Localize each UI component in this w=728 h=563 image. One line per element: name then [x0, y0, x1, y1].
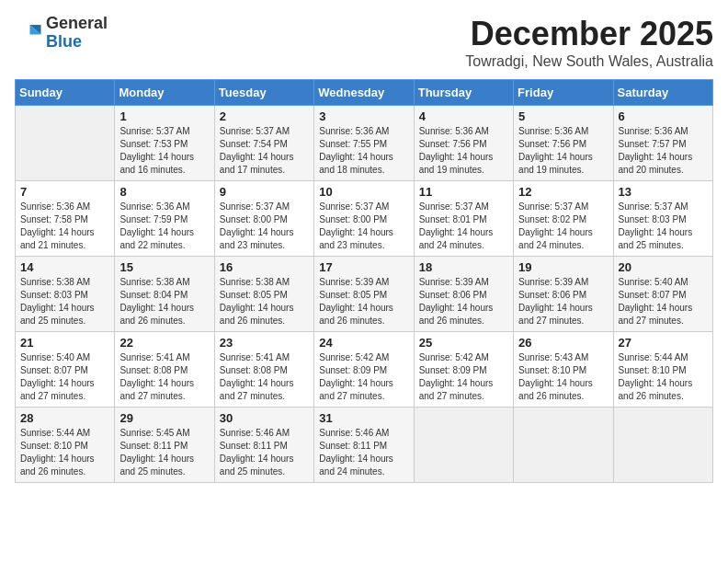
location-text: Towradgi, New South Wales, Australia: [465, 53, 713, 70]
title-block: December 2025 Towradgi, New South Wales,…: [465, 15, 713, 70]
calendar-cell: 13Sunrise: 5:37 AM Sunset: 8:03 PM Dayli…: [613, 181, 712, 257]
cell-info: Sunrise: 5:40 AM Sunset: 8:07 PM Dayligh…: [619, 276, 708, 327]
cell-info: Sunrise: 5:36 AM Sunset: 7:56 PM Dayligh…: [419, 125, 508, 177]
cell-info: Sunrise: 5:36 AM Sunset: 7:55 PM Dayligh…: [319, 125, 408, 177]
cell-info: Sunrise: 5:37 AM Sunset: 7:54 PM Dayligh…: [220, 125, 309, 177]
week-row-2: 7Sunrise: 5:36 AM Sunset: 7:58 PM Daylig…: [16, 181, 713, 257]
day-number: 7: [20, 185, 109, 199]
cell-info: Sunrise: 5:46 AM Sunset: 8:11 PM Dayligh…: [220, 427, 309, 478]
cell-info: Sunrise: 5:36 AM Sunset: 7:57 PM Dayligh…: [619, 125, 708, 177]
weekday-header-monday: Monday: [115, 80, 214, 106]
logo-icon: [15, 19, 42, 47]
calendar-cell: 23Sunrise: 5:41 AM Sunset: 8:08 PM Dayli…: [214, 332, 313, 408]
calendar-cell: 4Sunrise: 5:36 AM Sunset: 7:56 PM Daylig…: [414, 106, 513, 181]
calendar-cell: 15Sunrise: 5:38 AM Sunset: 8:04 PM Dayli…: [115, 257, 214, 332]
cell-info: Sunrise: 5:44 AM Sunset: 8:10 PM Dayligh…: [619, 351, 708, 403]
day-number: 14: [20, 260, 109, 274]
calendar-table: SundayMondayTuesdayWednesdayThursdayFrid…: [15, 79, 713, 483]
day-number: 19: [518, 260, 608, 274]
day-number: 3: [319, 109, 408, 123]
day-number: 31: [319, 411, 408, 425]
cell-info: Sunrise: 5:37 AM Sunset: 8:00 PM Dayligh…: [220, 201, 309, 252]
day-number: 20: [619, 260, 708, 274]
day-number: 17: [319, 260, 408, 274]
calendar-cell: 31Sunrise: 5:46 AM Sunset: 8:11 PM Dayli…: [314, 408, 414, 483]
week-row-4: 21Sunrise: 5:40 AM Sunset: 8:07 PM Dayli…: [16, 332, 713, 408]
weekday-header-wednesday: Wednesday: [314, 80, 414, 106]
cell-info: Sunrise: 5:38 AM Sunset: 8:04 PM Dayligh…: [119, 276, 209, 327]
calendar-cell: 29Sunrise: 5:45 AM Sunset: 8:11 PM Dayli…: [115, 408, 214, 483]
day-number: 18: [419, 260, 508, 274]
week-row-5: 28Sunrise: 5:44 AM Sunset: 8:10 PM Dayli…: [16, 408, 713, 483]
cell-info: Sunrise: 5:40 AM Sunset: 8:07 PM Dayligh…: [20, 351, 109, 403]
calendar-cell: 7Sunrise: 5:36 AM Sunset: 7:58 PM Daylig…: [16, 181, 115, 257]
calendar-cell: 17Sunrise: 5:39 AM Sunset: 8:05 PM Dayli…: [314, 257, 414, 332]
calendar-cell: 16Sunrise: 5:38 AM Sunset: 8:05 PM Dayli…: [214, 257, 313, 332]
day-number: 26: [518, 336, 608, 350]
cell-info: Sunrise: 5:41 AM Sunset: 8:08 PM Dayligh…: [119, 351, 209, 403]
calendar-cell: 26Sunrise: 5:43 AM Sunset: 8:10 PM Dayli…: [514, 332, 613, 408]
calendar-cell: 21Sunrise: 5:40 AM Sunset: 8:07 PM Dayli…: [16, 332, 115, 408]
cell-info: Sunrise: 5:36 AM Sunset: 7:59 PM Dayligh…: [119, 201, 209, 252]
cell-info: Sunrise: 5:37 AM Sunset: 8:01 PM Dayligh…: [419, 201, 508, 252]
day-number: 12: [518, 185, 608, 199]
cell-info: Sunrise: 5:37 AM Sunset: 8:02 PM Dayligh…: [518, 201, 608, 252]
calendar-cell: 12Sunrise: 5:37 AM Sunset: 8:02 PM Dayli…: [514, 181, 613, 257]
week-row-3: 14Sunrise: 5:38 AM Sunset: 8:03 PM Dayli…: [16, 257, 713, 332]
calendar-cell: 28Sunrise: 5:44 AM Sunset: 8:10 PM Dayli…: [16, 408, 115, 483]
cell-info: Sunrise: 5:46 AM Sunset: 8:11 PM Dayligh…: [319, 427, 408, 478]
day-number: 21: [20, 336, 109, 350]
cell-info: Sunrise: 5:38 AM Sunset: 8:05 PM Dayligh…: [220, 276, 309, 327]
calendar-cell: 30Sunrise: 5:46 AM Sunset: 8:11 PM Dayli…: [214, 408, 313, 483]
cell-info: Sunrise: 5:36 AM Sunset: 7:56 PM Dayligh…: [518, 125, 608, 177]
calendar-cell: [514, 408, 613, 483]
weekday-header-row: SundayMondayTuesdayWednesdayThursdayFrid…: [16, 80, 713, 106]
day-number: 4: [419, 109, 508, 123]
page-header: General Blue December 2025 Towradgi, New…: [15, 15, 713, 70]
day-number: 28: [20, 411, 109, 425]
weekday-header-tuesday: Tuesday: [214, 80, 313, 106]
calendar-cell: 6Sunrise: 5:36 AM Sunset: 7:57 PM Daylig…: [613, 106, 712, 181]
day-number: 2: [220, 109, 309, 123]
calendar-cell: 20Sunrise: 5:40 AM Sunset: 8:07 PM Dayli…: [613, 257, 712, 332]
cell-info: Sunrise: 5:36 AM Sunset: 7:58 PM Dayligh…: [20, 201, 109, 252]
weekday-header-thursday: Thursday: [414, 80, 513, 106]
cell-info: Sunrise: 5:37 AM Sunset: 7:53 PM Dayligh…: [119, 125, 209, 177]
calendar-cell: 18Sunrise: 5:39 AM Sunset: 8:06 PM Dayli…: [414, 257, 513, 332]
day-number: 9: [220, 185, 309, 199]
day-number: 25: [419, 336, 508, 350]
calendar-cell: 9Sunrise: 5:37 AM Sunset: 8:00 PM Daylig…: [214, 181, 313, 257]
calendar-cell: 1Sunrise: 5:37 AM Sunset: 7:53 PM Daylig…: [115, 106, 214, 181]
calendar-cell: 25Sunrise: 5:42 AM Sunset: 8:09 PM Dayli…: [414, 332, 513, 408]
day-number: 11: [419, 185, 508, 199]
day-number: 16: [220, 260, 309, 274]
week-row-1: 1Sunrise: 5:37 AM Sunset: 7:53 PM Daylig…: [16, 106, 713, 181]
day-number: 24: [319, 336, 408, 350]
day-number: 22: [119, 336, 209, 350]
logo: General Blue: [15, 15, 108, 52]
cell-info: Sunrise: 5:41 AM Sunset: 8:08 PM Dayligh…: [220, 351, 309, 403]
cell-info: Sunrise: 5:42 AM Sunset: 8:09 PM Dayligh…: [319, 351, 408, 403]
day-number: 23: [220, 336, 309, 350]
cell-info: Sunrise: 5:38 AM Sunset: 8:03 PM Dayligh…: [20, 276, 109, 327]
calendar-cell: 24Sunrise: 5:42 AM Sunset: 8:09 PM Dayli…: [314, 332, 414, 408]
cell-info: Sunrise: 5:39 AM Sunset: 8:06 PM Dayligh…: [419, 276, 508, 327]
calendar-cell: 14Sunrise: 5:38 AM Sunset: 8:03 PM Dayli…: [16, 257, 115, 332]
calendar-cell: 27Sunrise: 5:44 AM Sunset: 8:10 PM Dayli…: [613, 332, 712, 408]
cell-info: Sunrise: 5:42 AM Sunset: 8:09 PM Dayligh…: [419, 351, 508, 403]
weekday-header-saturday: Saturday: [613, 80, 712, 106]
logo-blue-text: Blue: [46, 33, 108, 52]
month-title: December 2025: [465, 15, 713, 53]
cell-info: Sunrise: 5:37 AM Sunset: 8:03 PM Dayligh…: [619, 201, 708, 252]
calendar-cell: 2Sunrise: 5:37 AM Sunset: 7:54 PM Daylig…: [214, 106, 313, 181]
weekday-header-friday: Friday: [514, 80, 613, 106]
day-number: 15: [119, 260, 209, 274]
cell-info: Sunrise: 5:39 AM Sunset: 8:06 PM Dayligh…: [518, 276, 608, 327]
day-number: 1: [119, 109, 209, 123]
cell-info: Sunrise: 5:44 AM Sunset: 8:10 PM Dayligh…: [20, 427, 109, 478]
calendar-cell: [16, 106, 115, 181]
calendar-cell: [613, 408, 712, 483]
day-number: 29: [119, 411, 209, 425]
calendar-cell: 3Sunrise: 5:36 AM Sunset: 7:55 PM Daylig…: [314, 106, 414, 181]
day-number: 10: [319, 185, 408, 199]
